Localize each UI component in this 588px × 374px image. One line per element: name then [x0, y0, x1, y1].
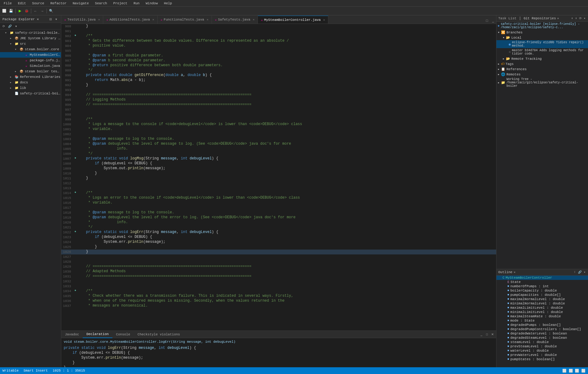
tree-item-ref-libs[interactable]: ▸ 📚 Referenced Libraries: [0, 74, 61, 80]
tab-additional[interactable]: ☕ AdditionalTests.java ✕: [103, 16, 157, 24]
git-menu-icon[interactable]: ▾: [583, 16, 586, 21]
line-num: 1011: [61, 176, 74, 181]
menu-source[interactable]: Source: [31, 1, 46, 6]
tree-item-project[interactable]: ▾ 📁 safety-critical-boiler [safety-...: [0, 30, 61, 36]
menu-file[interactable]: File: [2, 1, 13, 6]
outline-menu-icon[interactable]: ▾: [583, 270, 586, 274]
console-close-btn[interactable]: ✕: [490, 332, 495, 337]
tab-functional[interactable]: ☕ FunctionalTests.java ✕: [158, 16, 212, 24]
outline-field-11[interactable]: ■ degradedPumpControllers : boolean[]: [496, 327, 588, 331]
menu-run[interactable]: Run: [132, 1, 141, 6]
maximize-editor-btn[interactable]: □: [484, 17, 490, 24]
down-btn[interactable]: ▾: [13, 24, 18, 29]
code-line-1005: 1005 * info.: [61, 147, 496, 151]
git-references[interactable]: ▸ 📋 References: [496, 67, 588, 72]
git-remotes[interactable]: ▸ 🌐 Remotes: [496, 72, 588, 77]
outline-state[interactable]: E State: [496, 280, 588, 284]
outline-field-17[interactable]: ■ prevWaterLevel : double: [496, 353, 588, 357]
sync-btn[interactable]: ⟳: [1, 24, 6, 29]
outline-link-icon[interactable]: 🔗: [577, 270, 582, 274]
outline-field-8[interactable]: ■ maximalSteamRate : double: [496, 314, 588, 319]
package-explorer-title: Package Explorer ✕: [2, 17, 39, 21]
git-branch-master[interactable]: ○ master b34d784 Adds logging methods fo…: [496, 48, 588, 56]
back-btn[interactable]: ←: [32, 8, 39, 14]
git-branches[interactable]: ▾ 🔀 Branches: [496, 30, 588, 35]
outline-field-10[interactable]: ■ degradedPumps : boolean[]: [496, 323, 588, 327]
outline-field-3[interactable]: ■ pumpCapacities : double[]: [496, 293, 588, 297]
java-icon3: ☕: [24, 63, 29, 68]
debug-btn[interactable]: 🐞: [24, 8, 30, 14]
outline-field-13[interactable]: ■ degradedSteamLevel : boolean: [496, 336, 588, 340]
menu-project[interactable]: Project: [112, 1, 129, 6]
tab-controller-close[interactable]: ✕: [323, 18, 325, 22]
run-btn[interactable]: ▶: [17, 8, 23, 14]
git-remote-tracking[interactable]: ▸ 📂 Remote Tracking: [496, 56, 588, 61]
tab-safety-close[interactable]: ✕: [253, 18, 254, 21]
tab-testutils[interactable]: ☕ TestUtils.java ✕: [61, 16, 103, 24]
menu-window[interactable]: Window: [145, 1, 159, 6]
current-branch-icon: ◉: [509, 42, 511, 46]
tree-item-docs[interactable]: ▸ 📁 docs: [0, 80, 61, 85]
save-btn[interactable]: 💾: [8, 8, 14, 14]
outline-class[interactable]: C MySteamBoilerController: [496, 276, 588, 280]
menu-refactor[interactable]: Refactor: [49, 1, 68, 6]
outline-field-14[interactable]: ■ steamLevel : double: [496, 340, 588, 344]
menu-edit[interactable]: Edit: [17, 1, 27, 6]
outline-field-6[interactable]: ■ maximalLimitLevel : double: [496, 306, 588, 310]
git-fetch-icon[interactable]: ⬇: [571, 16, 574, 21]
git-push-icon[interactable]: ⬆: [575, 16, 578, 21]
tree-item-tests[interactable]: ▸ 📦 steam boiler tests: [0, 69, 61, 74]
code-line-994: 994 // =================================…: [61, 93, 496, 97]
tree-item-package-info[interactable]: ☕ package-info.java: [0, 58, 61, 63]
code: * @param debugLevel the level of message…: [77, 142, 496, 146]
outline-field-12[interactable]: ■ degradedWaterLevel : boolean: [496, 331, 588, 336]
tree-item-src[interactable]: ▾ 📁 src: [0, 41, 61, 47]
tree-item-simulation[interactable]: ☕ Simulation.java: [0, 63, 61, 69]
forward-btn[interactable]: →: [39, 8, 45, 14]
search-btn[interactable]: 🔍: [48, 8, 54, 14]
console-tab-javadoc[interactable]: Javadoc: [61, 331, 83, 338]
outline-field-7[interactable]: ■ minimalLimitLevel : double: [496, 310, 588, 314]
menu-navigate[interactable]: Navigate: [71, 1, 90, 6]
git-repo[interactable]: ◈ safety-critical-boiler [eclipse-friend…: [496, 22, 588, 30]
menu-help[interactable]: Help: [163, 1, 173, 6]
tab-testutils-close[interactable]: ✕: [98, 18, 100, 21]
menu-search[interactable]: Search: [94, 1, 108, 6]
panel-menu-btn[interactable]: ▾: [54, 17, 58, 21]
new-btn[interactable]: ⬜: [1, 8, 7, 14]
tree-item-jre[interactable]: ▸ 📦 JRE System Library [java-13-op...: [0, 36, 61, 41]
console-tab-checkstyle[interactable]: Checkstyle violations: [134, 331, 184, 338]
collapse-all-btn[interactable]: ⊟: [48, 17, 53, 21]
git-working-tree[interactable]: ▸ 📁 Working Tree - /home/zaci/git/eclips…: [496, 77, 588, 88]
outline-field-2[interactable]: ■ boilerCapacity : double: [496, 288, 588, 293]
core-label: steam.boiler.core: [25, 48, 59, 51]
tab-controller[interactable]: ☕ MySteamBoilerController.java ✕: [258, 16, 328, 24]
outline-sort-icon[interactable]: ↕: [573, 270, 576, 274]
link-btn[interactable]: 🔗: [7, 24, 12, 29]
tab-additional-close[interactable]: ✕: [153, 18, 154, 21]
field-label: waterLevel : double: [510, 349, 548, 353]
git-tags[interactable]: ▸ 🏷 Tags: [496, 61, 588, 67]
git-local[interactable]: ▾ 📂 Local: [496, 35, 588, 40]
tab-safety[interactable]: ☕ SafetyTests.java ✕: [212, 16, 258, 24]
outline-field-5[interactable]: ■ minimalNormalLevel : double: [496, 301, 588, 306]
outline-field-9[interactable]: ■ mode : State: [496, 319, 588, 323]
tree-item-controller[interactable]: ☕ MySteamBoilerController.java: [0, 52, 61, 58]
console-minimize-btn[interactable]: _: [479, 332, 484, 337]
outline-field-4[interactable]: ■ maximalNormalLevel : double: [496, 297, 588, 301]
git-branch-eclipse[interactable]: ◉ eclipse-friendly e11d0b Tidies repair(…: [496, 40, 588, 48]
console-tab-console[interactable]: Console: [112, 331, 134, 338]
console-maximize-btn[interactable]: □: [484, 332, 489, 337]
tab-functional-close[interactable]: ✕: [207, 18, 209, 21]
outline-field-18[interactable]: ■ pumpStates : boolean[]: [496, 357, 588, 361]
outline-field-15[interactable]: ■ prevSteamLevel : double: [496, 344, 588, 349]
tree-item-iml[interactable]: 📄 safety-critical-boiler.iml: [0, 91, 61, 96]
tree-item-lib[interactable]: ▸ 📁 lib: [0, 85, 61, 91]
tree-item-core[interactable]: ▾ 📦 steam.boiler.core: [0, 47, 61, 52]
outline-field-1[interactable]: ■ numberOfPumps : int: [496, 284, 588, 288]
console-tab-declaration[interactable]: Declaration: [83, 331, 112, 338]
outline-field-16[interactable]: ■ waterLevel : double: [496, 349, 588, 353]
code-editor[interactable]: 980 } 981 982● /** 983 * Gets the differ…: [61, 24, 496, 330]
git-sync-icon[interactable]: ⟳: [579, 16, 582, 21]
minimize-editor-btn[interactable]: _: [490, 17, 496, 24]
